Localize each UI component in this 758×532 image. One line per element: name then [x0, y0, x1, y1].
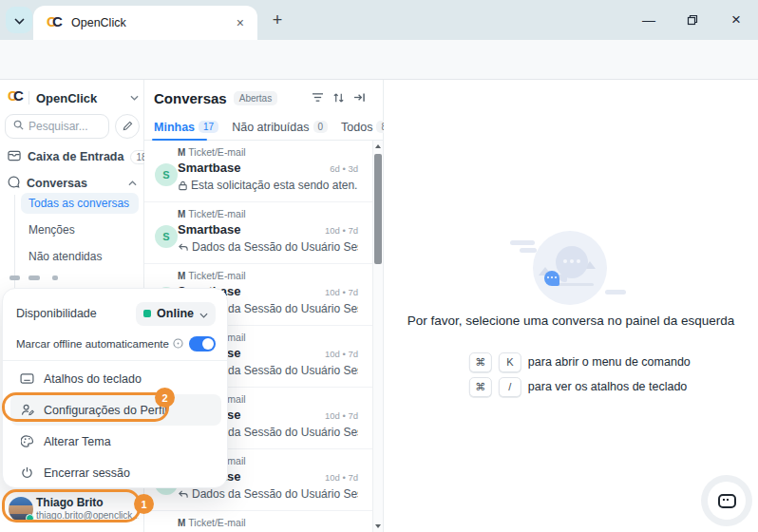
- availability-dropdown[interactable]: Online: [136, 302, 216, 326]
- sort-icon[interactable]: [332, 92, 345, 104]
- message-preview: Dados da Sessão do Usuário Ses...: [178, 240, 358, 254]
- compose-button[interactable]: [115, 114, 140, 139]
- contact-name: Smartbase: [178, 161, 240, 175]
- channel-label: M Ticket/E-mail: [178, 270, 246, 281]
- offline-auto-toggle[interactable]: [189, 336, 216, 352]
- channel-label: M Ticket/E-mail: [178, 146, 246, 158]
- new-tab-button[interactable]: +: [266, 9, 289, 31]
- inbox-envelope-icon: [8, 150, 21, 164]
- annotation-box-step1: [2, 489, 141, 522]
- close-window-button[interactable]: ×: [714, 6, 758, 34]
- openclick-favicon: CC: [47, 15, 64, 30]
- clipped-nav-item: [28, 276, 40, 280]
- tab-title: OpenClick: [71, 16, 233, 29]
- conversation-list-item[interactable]: S M Ticket/E-mail: [144, 511, 373, 532]
- channel-label: M Ticket/E-mail: [178, 517, 246, 528]
- profile-menu-popup: Disponibilidade Online Marcar offline au…: [2, 288, 228, 488]
- contact-avatar: S: [155, 225, 178, 248]
- channel-label: M Ticket/E-mail: [178, 208, 246, 219]
- panel-title: Conversas: [154, 90, 227, 106]
- chevron-up-icon: [128, 180, 137, 186]
- sidebar-item-todas-as-conversas[interactable]: Todas as conversas: [21, 193, 139, 214]
- brand-name: OpenClick: [36, 91, 130, 105]
- clipped-nav-item: [9, 276, 20, 280]
- sidebar-item-inbox[interactable]: Caixa de Entrada 18: [5, 145, 140, 168]
- search-placeholder: Pesquisar...: [28, 120, 88, 133]
- chat-widget-launcher[interactable]: [708, 482, 746, 520]
- menu-item-label: Alterar Tema: [44, 435, 111, 448]
- menu-item-label: Encerrar sessão: [44, 466, 130, 480]
- email-channel-icon: M: [178, 147, 184, 158]
- window-controls: — ×: [627, 0, 758, 40]
- scrollbar-thumb[interactable]: [374, 154, 382, 264]
- conversas-label: Conversas: [27, 177, 122, 190]
- pencil-icon: [123, 118, 133, 135]
- divider: [28, 91, 29, 104]
- email-channel-icon: M: [178, 209, 184, 219]
- scroll-down-arrow[interactable]: [373, 521, 383, 532]
- inbox-label: Caixa de Entrada: [28, 150, 123, 163]
- search-input[interactable]: Pesquisar...: [5, 114, 109, 139]
- restore-button[interactable]: [671, 6, 714, 34]
- workspace-switcher[interactable]: CC OpenClick: [8, 86, 139, 109]
- tab-count: 17: [199, 121, 218, 133]
- annotation-badge-1: 1: [134, 494, 154, 514]
- online-status-square: [143, 310, 151, 317]
- scroll-up-arrow[interactable]: [373, 141, 383, 152]
- tab-close-icon[interactable]: ×: [233, 14, 248, 31]
- conversation-tabs: Minhas 17 Não atribuídas 0 Todos 86: [144, 114, 383, 141]
- conversation-timestamps: 6d • 3d: [330, 163, 358, 174]
- menu-item-atalhos-do-teclado[interactable]: Atalhos do teclado: [10, 363, 221, 394]
- conversation-timestamps: 10d • 7d: [325, 349, 358, 359]
- browser-tabstrip: CC OpenClick × + — ×: [0, 0, 758, 40]
- keyboard-icon: [20, 373, 34, 384]
- cmd-keycap: ⌘: [469, 377, 492, 397]
- chevron-down-icon: [130, 95, 139, 101]
- screen: CC OpenClick × + — × ← → app.clickdesk.o…: [0, 0, 758, 532]
- reply-arrow-icon: [178, 242, 189, 253]
- browser-toolbar: ← → app.clickdesk.openclick.ai/app/accou…: [0, 40, 758, 80]
- contact-avatar: S: [155, 163, 178, 186]
- chevron-down-icon: [14, 11, 25, 28]
- availability-value: Online: [157, 307, 194, 320]
- list-scrollbar[interactable]: [372, 141, 383, 532]
- sidebar-item-nao-atendidas[interactable]: Não atendidas: [21, 246, 139, 267]
- minimize-button[interactable]: —: [627, 6, 671, 34]
- tab-nao-atribuidas[interactable]: Não atribuídas 0: [232, 121, 328, 134]
- tab-label: Minhas: [154, 121, 195, 134]
- sidebar-item-conversas[interactable]: Conversas: [5, 172, 140, 195]
- shortcut-hints: ⌘ K para abrir o menu de comando ⌘ / par…: [469, 352, 691, 397]
- shortcut-text: para abrir o menu de comando: [528, 355, 691, 369]
- detail-panel: Por favor, selecione uma conversa no pai…: [384, 80, 758, 532]
- collapse-panel-icon[interactable]: [353, 92, 366, 104]
- contact-name: Smartbase: [178, 222, 240, 237]
- tab-search-button[interactable]: [6, 7, 32, 33]
- conversation-timestamps: 10d • 7d: [325, 287, 358, 297]
- sidebar-item-mencoes[interactable]: Menções: [21, 219, 139, 240]
- conversation-list-item[interactable]: S M Ticket/E-mail Smartbase 10d • 7d Dad…: [144, 202, 373, 264]
- menu-item-alterar-tema[interactable]: Alterar Tema: [10, 426, 221, 457]
- conversation-timestamps: 10d • 7d: [325, 410, 358, 421]
- divider: [3, 360, 227, 361]
- menu-item-encerrar-sessao[interactable]: Encerrar sessão: [10, 457, 221, 488]
- availability-label: Disponibilidade: [16, 307, 97, 320]
- empty-state-message: Por favor, selecione uma conversa no pai…: [384, 314, 758, 328]
- k-keycap: K: [499, 352, 521, 372]
- conversation-timestamps: 10d • 7d: [325, 472, 358, 483]
- tab-minhas[interactable]: Minhas 17: [154, 121, 218, 134]
- openclick-logo-icon: CC: [8, 90, 27, 105]
- filter-icon[interactable]: [312, 92, 324, 104]
- lock-icon: [178, 180, 188, 191]
- shortcut-text: para ver os atalhos de teclado: [528, 380, 687, 393]
- offline-auto-label: Marcar offline automaticamente: [16, 338, 169, 350]
- menu-item-label: Atalhos do teclado: [44, 372, 142, 386]
- conversation-list-item[interactable]: S M Ticket/E-mail Smartbase 6d • 3d Esta…: [144, 141, 373, 202]
- clipped-nav-item: [52, 276, 58, 280]
- email-channel-icon: M: [178, 271, 184, 281]
- browser-tab[interactable]: CC OpenClick ×: [33, 6, 257, 40]
- slash-keycap: /: [499, 377, 521, 397]
- power-icon: [20, 466, 34, 479]
- status-badge: Abertas: [234, 91, 277, 105]
- tab-label: Não atribuídas: [232, 121, 309, 134]
- info-icon: [173, 338, 183, 351]
